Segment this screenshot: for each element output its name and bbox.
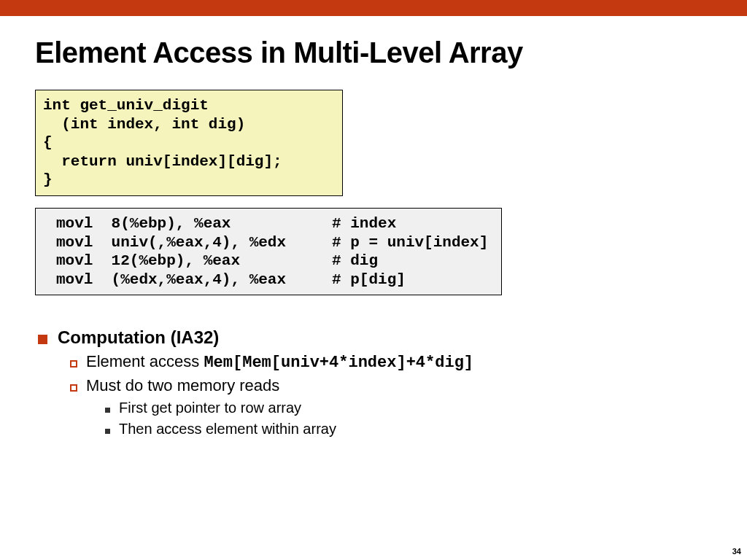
- bullet-list: Computation (IA32) Element access Mem[Me…: [35, 327, 712, 438]
- small-square-bullet-icon: [105, 408, 110, 413]
- slide-title: Element Access in Multi-Level Array: [35, 36, 712, 69]
- bullet-level3: Then access element within array: [105, 421, 712, 438]
- slide-content: Element Access in Multi-Level Array int …: [0, 16, 747, 438]
- c-code-box: int get_univ_digit (int index, int dig) …: [35, 90, 343, 196]
- page-number: 34: [732, 547, 741, 556]
- bullet-level1: Computation (IA32): [38, 327, 712, 348]
- asm-code-box: movl 8(%ebp), %eax # index movl univ(,%e…: [35, 208, 502, 295]
- square-bullet-icon: [38, 335, 47, 344]
- bullet-text: Element access Mem[Mem[univ+4*index]+4*d…: [86, 352, 473, 372]
- bullet-level2: Must do two memory reads: [70, 376, 712, 395]
- bullet-text: Then access element within array: [119, 421, 336, 438]
- small-square-bullet-icon: [105, 429, 110, 434]
- bullet-text: First get pointer to row array: [119, 400, 301, 416]
- bullet-level3: First get pointer to row array: [105, 400, 712, 416]
- bullet-level2: Element access Mem[Mem[univ+4*index]+4*d…: [70, 352, 712, 372]
- header-bar: [0, 0, 747, 16]
- square-outline-bullet-icon: [70, 384, 77, 392]
- square-outline-bullet-icon: [70, 360, 77, 368]
- bullet-text: Computation (IA32): [58, 327, 219, 348]
- bullet-text: Must do two memory reads: [86, 376, 279, 395]
